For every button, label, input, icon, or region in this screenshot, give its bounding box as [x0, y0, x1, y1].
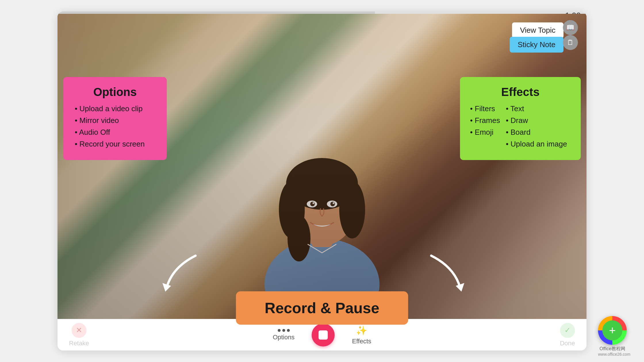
- effects-list-1: Filters Frames Emoji: [470, 104, 500, 137]
- effect-item-3: Emoji: [470, 128, 500, 137]
- retake-x-icon: ✕: [76, 326, 82, 335]
- dot-3: [287, 329, 290, 332]
- book-icon: 📖: [566, 24, 575, 32]
- office-logo-area: Office教程网 www.office26.com: [598, 346, 627, 357]
- arrow-left-svg: [150, 250, 207, 296]
- options-toolbar-label: Options: [273, 334, 295, 341]
- record-pause-banner: Record & Pause: [236, 291, 408, 325]
- effects-sparkle-icon: ✨: [356, 325, 367, 336]
- effects-col-2: Text Draw Board Upload an image: [506, 104, 567, 151]
- dot-1: [278, 329, 281, 332]
- done-icon: ✓: [560, 323, 575, 338]
- effects-toolbar-item[interactable]: ✨ Effects: [352, 325, 371, 345]
- option-item-4: Record your screen: [73, 140, 157, 149]
- effects-columns: Filters Frames Emoji Text Draw Board Upl…: [470, 104, 571, 151]
- view-topic-button[interactable]: View Topic: [512, 22, 564, 38]
- book-icon-button[interactable]: 📖: [563, 20, 578, 35]
- effects-col-1: Filters Frames Emoji: [470, 104, 500, 151]
- effect-item-4: Text: [506, 104, 567, 113]
- effect-item-2: Frames: [470, 116, 500, 125]
- effect-item-5: Draw: [506, 116, 567, 125]
- options-dots-icon: [278, 329, 290, 332]
- svg-point-6: [288, 215, 310, 261]
- effects-list-2: Text Draw Board Upload an image: [506, 104, 567, 149]
- options-list: Upload a video clip Mirror video Audio O…: [73, 104, 157, 149]
- floating-add-inner: +: [602, 320, 622, 340]
- svg-point-10: [330, 202, 335, 206]
- retake-icon: ✕: [72, 323, 87, 338]
- arrow-right-svg: [420, 250, 477, 296]
- office-logo-text1: Office教程网: [598, 346, 627, 352]
- floating-add-button[interactable]: + Office教程网 www.office26.com: [598, 316, 627, 345]
- svg-point-11: [313, 202, 314, 204]
- person-video: [236, 14, 408, 319]
- effect-item-7: Upload an image: [506, 140, 567, 149]
- effects-toolbar-label: Effects: [352, 338, 371, 345]
- effects-panel: Effects Filters Frames Emoji Text Draw B…: [460, 77, 581, 160]
- option-item-1: Upload a video clip: [73, 104, 157, 113]
- office-logo-text2: www.office26.com: [598, 352, 627, 357]
- svg-point-5: [339, 181, 365, 238]
- done-check-icon: ✓: [564, 326, 571, 335]
- done-button[interactable]: ✓ Done: [560, 323, 575, 347]
- options-panel: Options Upload a video clip Mirror video…: [63, 77, 167, 160]
- record-button-inner: [319, 330, 328, 340]
- svg-point-12: [333, 202, 334, 204]
- options-toolbar-item[interactable]: Options: [273, 329, 295, 341]
- progress-bar-container: 1:00: [57, 11, 586, 14]
- sticky-icon-button[interactable]: 🗒: [563, 35, 578, 50]
- sticky-icon: 🗒: [567, 38, 574, 47]
- effect-item-6: Board: [506, 128, 567, 137]
- record-pause-text: Record & Pause: [265, 300, 379, 316]
- sticky-note-button[interactable]: Sticky Note: [510, 37, 564, 53]
- floating-add-circle: +: [598, 316, 627, 345]
- effect-item-1: Filters: [470, 104, 500, 113]
- plus-icon: +: [609, 325, 616, 336]
- dot-2: [282, 329, 285, 332]
- option-item-3: Audio Off: [73, 128, 157, 137]
- done-label: Done: [560, 340, 575, 347]
- video-area: Options Upload a video clip Mirror video…: [57, 14, 586, 319]
- option-item-2: Mirror video: [73, 116, 157, 125]
- svg-point-9: [310, 202, 315, 206]
- retake-button[interactable]: ✕ Retake: [69, 323, 89, 347]
- options-title: Options: [73, 86, 157, 99]
- record-button[interactable]: [312, 324, 335, 346]
- retake-label: Retake: [69, 340, 89, 347]
- effects-title: Effects: [470, 86, 571, 99]
- progress-bar-fill: [57, 11, 375, 14]
